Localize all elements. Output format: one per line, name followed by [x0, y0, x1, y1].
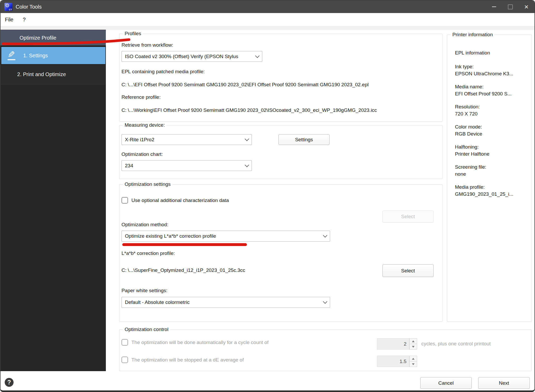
window-title: Color Tools	[16, 4, 42, 10]
workflow-dropdown[interactable]: ISO Coated v2 300% (Offset) Verify (EPSO…	[121, 51, 262, 62]
characterization-data-label: Use optional additional characterization…	[131, 198, 229, 203]
chevron-down-icon	[245, 163, 249, 167]
printer-info-field: Media profile: GMG190_2023_01_25_i...	[455, 183, 513, 198]
maximize-button[interactable]	[502, 1, 518, 13]
optimization-settings-group: Optimization settings Use optional addit…	[119, 184, 442, 322]
field-label: Ink type:	[455, 63, 513, 70]
app-window: ⚙ CT Color Tools ✕ File ? Optimize Profi…	[0, 0, 535, 392]
field-value: EFI Offset Proof 9200 S...	[455, 90, 512, 97]
field-value: Printer Halftone	[455, 150, 489, 157]
arrow-down-icon	[412, 346, 415, 348]
cycle-count-label: The optimization will be done automatica…	[131, 340, 269, 345]
cycle-count-suffix: cycles, plus one control printout	[421, 341, 491, 347]
de-average-step-up[interactable]	[409, 356, 417, 362]
de-average-checkbox[interactable]	[121, 357, 128, 363]
epl-information-heading: EPL information	[455, 50, 490, 56]
maximize-icon	[508, 4, 513, 9]
retrieve-from-workflow-label: Retrieve from workflow:	[121, 42, 173, 48]
menu-separator	[1, 26, 534, 30]
printer-information-group: Printer information EPL information Ink …	[447, 35, 532, 322]
optimization-method-dropdown[interactable]: Optimize existing L*a*b* correction prof…	[121, 231, 330, 242]
field-value: EPSON UltraChrome K3...	[455, 70, 513, 77]
de-average-input[interactable]: 1.5	[377, 356, 409, 367]
optimization-settings-group-label: Optimization settings	[123, 181, 172, 187]
pencil-icon: ✎	[7, 50, 19, 61]
de-average-step-down[interactable]	[409, 362, 417, 367]
printer-info-field: Color mode: RGB Device	[455, 123, 482, 137]
sidebar-item-label: 1. Settings	[23, 53, 48, 59]
arrow-up-icon	[412, 358, 415, 360]
field-label: Color mode:	[455, 123, 482, 130]
de-average-label: The optimization will be stopped at a dE…	[131, 357, 244, 363]
close-icon: ✕	[524, 4, 529, 10]
measuring-device-value: X-Rite i1Pro2	[125, 137, 245, 143]
close-button[interactable]: ✕	[518, 1, 534, 13]
lab-correction-profile-label: L*a*b* correction profile:	[121, 250, 175, 256]
reference-profile-label: Reference profile:	[121, 94, 161, 100]
chevron-down-icon	[323, 233, 327, 238]
sidebar-header-optimize-profile: Optimize Profile	[1, 30, 106, 45]
characterization-select-button: Select	[382, 211, 434, 223]
chevron-down-icon	[323, 299, 327, 304]
measuring-device-group: Measuring device: X-Rite i1Pro2 Settings…	[119, 125, 442, 179]
cycle-count-checkbox[interactable]	[121, 339, 128, 346]
cycle-count-step-down[interactable]	[409, 344, 417, 350]
minimize-icon	[492, 7, 496, 7]
chevron-down-icon	[255, 53, 260, 58]
field-value: GMG190_2023_01_25_i...	[455, 191, 513, 198]
field-label: Media name:	[455, 83, 512, 90]
sidebar-item-settings[interactable]: ✎ 1. Settings	[1, 46, 106, 65]
reference-profile-path: C: \...\Working\EFI Offset Proof 9200 Se…	[121, 107, 377, 113]
menu-help[interactable]: ?	[23, 17, 26, 23]
field-value: none	[455, 170, 486, 177]
printer-info-field: Resolution: 720 X 720	[455, 103, 480, 117]
printer-info-field: Screening file: none	[455, 163, 486, 177]
epl-path: C: \...\EFI Offset Proof 9200 Semimatt G…	[121, 82, 369, 88]
cycle-count-input[interactable]: 2	[377, 338, 409, 350]
sidebar: Optimize Profile ✎ 1. Settings 2. Print …	[1, 30, 106, 371]
gear-icon: ⚙	[5, 3, 10, 8]
optimization-control-group-label: Optimization control	[123, 327, 170, 332]
measuring-device-group-label: Measuring device:	[123, 122, 167, 128]
field-label: Resolution:	[455, 103, 480, 110]
characterization-data-checkbox[interactable]	[121, 197, 128, 204]
paper-white-settings-label: Paper white settings:	[121, 288, 167, 293]
field-value: 720 X 720	[455, 110, 480, 117]
sidebar-item-label: 2. Print and Optimize	[17, 71, 66, 77]
field-label: Media profile:	[455, 183, 513, 191]
field-label: Screening file:	[455, 163, 486, 170]
minimize-button[interactable]	[486, 1, 502, 13]
arrow-down-icon	[412, 363, 415, 365]
optimization-control-group: Optimization control The optimization wi…	[119, 329, 532, 371]
printer-info-field: Halftoning: Printer Halftone	[455, 143, 489, 157]
epl-label: EPL containing patched media profile:	[121, 69, 205, 75]
app-icon: ⚙ CT	[4, 3, 13, 11]
printer-information-group-label: Printer information	[451, 32, 495, 38]
printer-info-field: Media name: EFI Offset Proof 9200 S...	[455, 83, 512, 97]
device-settings-button[interactable]: Settings	[278, 134, 330, 145]
paper-white-dropdown[interactable]: Default - Absolute colormetric	[121, 297, 330, 308]
cycle-count-step-up[interactable]	[409, 338, 417, 344]
lab-profile-select-button[interactable]: Select	[382, 264, 434, 277]
field-label: Halftoning:	[455, 143, 489, 150]
screenshot-stage: ⚙ CT Color Tools ✕ File ? Optimize Profi…	[0, 0, 535, 392]
profiles-group-label: Profiles	[123, 31, 143, 36]
profiles-group: Profiles Retrieve from workflow: ISO Coa…	[119, 34, 442, 122]
title-bar: ⚙ CT Color Tools ✕	[1, 1, 534, 13]
cancel-button[interactable]: Cancel	[420, 377, 472, 389]
optimization-method-label: Optimization method:	[121, 222, 168, 228]
de-average-stepper	[409, 356, 417, 367]
sidebar-item-print-and-optimize[interactable]: 2. Print and Optimize	[1, 65, 106, 84]
help-button[interactable]: ?	[5, 378, 14, 387]
paper-white-value: Default - Absolute colormetric	[125, 299, 324, 305]
optimization-chart-value: 234	[125, 163, 245, 169]
measuring-device-dropdown[interactable]: X-Rite i1Pro2	[121, 134, 252, 145]
ct-monogram: CT	[9, 9, 12, 11]
menu-file[interactable]: File	[5, 17, 13, 23]
field-value: RGB Device	[455, 130, 482, 137]
optimization-chart-dropdown[interactable]: 234	[121, 160, 252, 171]
menu-bar: File ?	[1, 13, 534, 26]
cycle-count-stepper	[409, 338, 417, 350]
arrow-up-icon	[412, 340, 415, 342]
next-button[interactable]: Next	[478, 377, 530, 389]
